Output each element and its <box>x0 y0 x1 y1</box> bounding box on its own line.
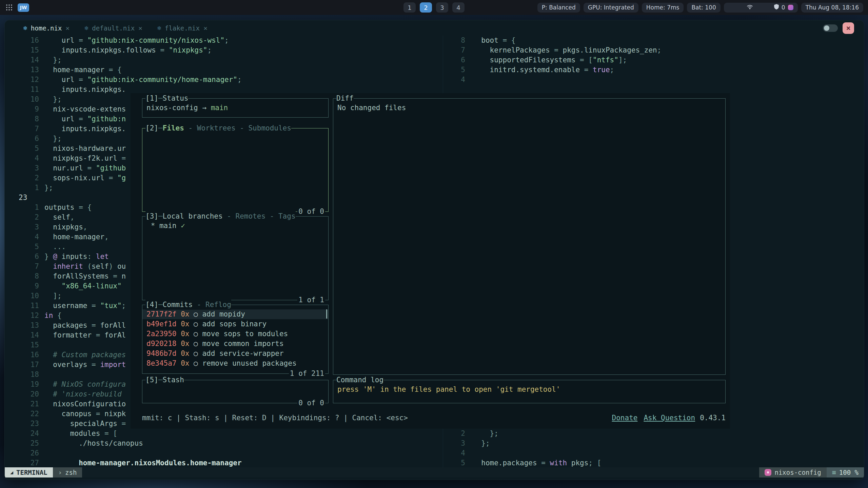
window-controls: × <box>823 20 854 36</box>
code-line: 25 ./hosts/canopus <box>5 439 442 448</box>
diff-content: No changed files <box>333 99 725 113</box>
workspace-button-2[interactable]: 2 <box>420 2 432 13</box>
code-text: nur.url = "github <box>44 163 126 173</box>
line-number: 17 <box>5 360 39 370</box>
lazygit-stash-panel[interactable]: [5]─Stash 0 of 0 <box>142 380 329 403</box>
tab-close-icon[interactable]: × <box>65 24 70 32</box>
lazygit-files-panel[interactable]: [2]─Files - Worktrees - Submodules 0 of … <box>142 128 329 212</box>
code-line: 4 <box>443 75 864 85</box>
editor-area[interactable]: 16 url = "github:nix-community/nixos-wsl… <box>5 36 864 468</box>
editor-pane-right-bottom[interactable]: 2 };3 };45 home.packages = with pkgs; [ <box>443 429 864 468</box>
clock[interactable]: Thu Aug 08, 18:16 <box>801 3 863 13</box>
panel-count: 1 of 211 <box>289 369 325 379</box>
panel-title: [5]─Stash <box>145 375 184 385</box>
code-text: inputs.nixpkgs. <box>44 124 126 134</box>
notification-count: 0 <box>782 4 785 11</box>
commit-hash: 2717f2f <box>146 310 181 318</box>
code-text: nixos-hardware.ur <box>44 144 126 154</box>
scroll-percent-label: 100 % <box>839 469 859 476</box>
line-number: 3 <box>443 439 465 448</box>
code-text: ... <box>44 242 66 252</box>
repo-name: nixos-config <box>146 104 202 112</box>
commit-row[interactable]: 2a23950 0x ○ move sops to modules <box>142 329 328 339</box>
code-line: 6 supportedFilesystems = ["ntfs"]; <box>443 55 864 65</box>
status-module: Bat: 100 <box>687 3 720 13</box>
line-number: 16 <box>5 36 39 45</box>
code-text: canopus = nixpk <box>44 409 126 419</box>
branch-name: * main <box>146 222 181 230</box>
line-number: 18 <box>5 370 39 380</box>
lazygit-commits-panel[interactable]: [4]─Commits - Reflog 2717f2f 0x ○ add mo… <box>142 305 329 374</box>
line-number: 10 <box>5 291 39 301</box>
code-text: inputs.nixpkgs.follows = "nixpkgs"; <box>44 45 212 55</box>
line-number: 8 <box>5 114 39 124</box>
panel-title: [2]─Files - Worktrees - Submodules <box>145 123 291 133</box>
commit-author: 0x <box>181 310 194 318</box>
toggle-knob <box>824 25 829 31</box>
tab-home.nix[interactable]: ❄home.nix× <box>23 24 70 32</box>
code-text: }; <box>473 429 498 439</box>
commit-row[interactable]: 2717f2f 0x ○ add mopidy <box>142 309 328 319</box>
scrollbar-thumb[interactable] <box>326 309 327 319</box>
lazygit-link-donate[interactable]: Donate <box>612 414 638 422</box>
code-text: sops-nix.url = "g <box>44 173 126 183</box>
code-line: 15 inputs.nixpkgs.follows = "nixpkgs"; <box>5 45 442 55</box>
mode-label: TERMINAL <box>16 469 47 476</box>
window-toggle[interactable] <box>823 24 838 32</box>
status-modules: P: BalancedGPU: IntegratedHome: 7msBat: … <box>537 3 721 13</box>
nix-snowflake-icon: ❄ <box>84 24 88 32</box>
workspace-button-4[interactable]: 4 <box>452 2 465 13</box>
lazygit-diff-panel[interactable]: Diff No changed files <box>333 98 726 375</box>
code-line: 26 <box>5 448 442 458</box>
commit-graph-icon: ○ <box>194 310 202 318</box>
editor-pane-right[interactable]: 8 boot = {7 kernelPackages = pkgs.linuxP… <box>443 36 864 85</box>
lazygit-command-log-panel[interactable]: Command log press 'M' in the files panel… <box>333 380 726 403</box>
line-number: 4 <box>5 232 39 242</box>
line-number: 4 <box>443 448 465 458</box>
line-number: 7 <box>5 124 39 134</box>
line-number: 24 <box>5 429 39 439</box>
commit-row[interactable]: b49ef1d 0x ○ add sops binary <box>142 319 328 329</box>
code-text: self, <box>44 212 75 222</box>
nix-snowflake-icon: ❄ <box>23 24 27 32</box>
project-label: nixos-config <box>774 469 821 476</box>
code-line: 16 url = "github:nix-community/nixos-wsl… <box>5 36 442 45</box>
lazygit-link-ask-question[interactable]: Ask Question <box>644 414 695 422</box>
commit-row[interactable]: 9486b7d 0x ○ add service-wrapper <box>142 349 328 359</box>
code-text: initrd.systemd.enable = true; <box>473 65 614 75</box>
tab-label: default.nix <box>92 24 135 32</box>
commit-graph-icon: ○ <box>194 349 202 358</box>
tab-close-icon[interactable]: × <box>203 24 208 32</box>
command-log-content: press 'M' in the files panel to open 'gi… <box>333 380 725 394</box>
tab-flake.nix[interactable]: ❄flake.nix× <box>157 24 208 32</box>
commit-row[interactable]: 8e345a7 0x ○ remove unused packages <box>142 359 328 368</box>
commit-row[interactable]: d920218 0x ○ move common imports <box>142 339 328 349</box>
workspace-button-1[interactable]: 1 <box>403 2 416 13</box>
check-icon: ✓ <box>181 222 185 230</box>
terminal-window: ❄home.nix×❄default.nix×❄flake.nix× × 16 … <box>4 20 864 480</box>
status-module: GPU: Integrated <box>584 3 638 13</box>
system-tray[interactable]: 0 <box>724 3 798 13</box>
line-number: 9 <box>5 104 39 114</box>
line-number: 8 <box>443 36 465 45</box>
scroll-position: ≡ 100 % <box>827 467 864 477</box>
tab-close-icon[interactable]: × <box>138 24 142 32</box>
project-indicator: nixos-config <box>759 467 826 477</box>
line-number: 11 <box>5 85 39 95</box>
line-number: 9 <box>5 281 39 291</box>
line-number: 26 <box>5 448 39 458</box>
window-close-button[interactable]: × <box>843 22 854 34</box>
workspace-button-3[interactable]: 3 <box>436 2 448 13</box>
tab-default.nix[interactable]: ❄default.nix× <box>84 24 142 32</box>
shell-indicator: › zsh <box>53 467 82 477</box>
code-text: }; <box>44 55 62 65</box>
lazygit-branches-panel[interactable]: [3]─Local branches - Remotes - Tags * ma… <box>142 216 329 300</box>
code-text: nixpkgs, <box>44 222 87 232</box>
workspace-switcher: 1234 <box>403 0 465 15</box>
app-launcher-icon[interactable] <box>5 3 14 12</box>
code-line: 3 }; <box>443 439 864 448</box>
topbar-right: P: BalancedGPU: IntegratedHome: 7msBat: … <box>537 3 863 13</box>
line-number: 15 <box>5 340 39 350</box>
line-number: 8 <box>5 271 39 281</box>
lazygit-status-panel[interactable]: [1]─Status nixos-config → main <box>142 98 329 118</box>
